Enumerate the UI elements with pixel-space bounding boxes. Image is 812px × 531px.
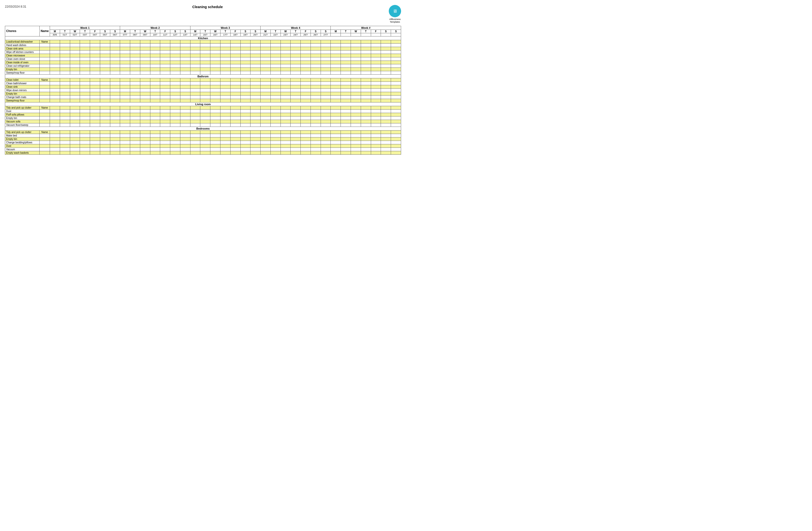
week2-header: Week 2 — [120, 26, 190, 30]
week5-header: Week # — [331, 26, 401, 30]
table-row: Hand wash dishes — [5, 43, 401, 47]
section-header-0: Kitchen — [5, 36, 401, 40]
date-header-row: 30/6 01/7 02/7 03/7 04/7 05/7 06/7 07/7 … — [5, 33, 401, 36]
table-row: Clean sink area — [5, 47, 401, 50]
table-row: Clean bath/shower — [5, 82, 401, 85]
section-header-2: Living room — [5, 102, 401, 106]
datetime: 22/03/2024 8:31 — [5, 5, 26, 9]
table-row: Change bedding/pillows — [5, 141, 401, 144]
table-row: Vacuum floor/sweep — [5, 123, 401, 127]
table-row: Vacuum sofa — [5, 120, 401, 123]
table-row: Empty bin — [5, 68, 401, 71]
table-row: Dust — [5, 109, 401, 113]
table-row: Vacuum — [5, 148, 401, 151]
page: 22/03/2024 8:31 Cleaning schedule 🖥 AllB… — [0, 0, 406, 159]
table-row: Clean toiletName — [5, 78, 401, 82]
header: 22/03/2024 8:31 Cleaning schedule 🖥 AllB… — [5, 5, 401, 24]
week-header-row: Chores Name Week 1 Week 2 Week 3 Week 4 … — [5, 26, 401, 30]
day-header-row: M T W T F S S M T W T F S S M T W T F — [5, 30, 401, 33]
table-row: Clean out refrigerator — [5, 64, 401, 68]
table-row: Clean microwave — [5, 54, 401, 57]
logo-text: AllBusinessTemplates — [389, 18, 401, 24]
table-row: Clean sink — [5, 85, 401, 88]
table-row: Empty bin — [5, 116, 401, 120]
name-header: Name — [40, 26, 50, 36]
table-row: Wipe off kitchen counters — [5, 50, 401, 54]
week1-header: Week 1 — [50, 26, 120, 30]
section-header-3: Bedrooms — [5, 127, 401, 130]
section-header-1: Bathrom — [5, 74, 401, 78]
schedule-table: Chores Name Week 1 Week 2 Week 3 Week 4 … — [5, 26, 401, 155]
chores-header: Chores — [5, 26, 40, 36]
table-row: Make bed — [5, 134, 401, 137]
logo: 🖥 AllBusinessTemplates — [389, 5, 401, 24]
week3-header: Week 3 — [190, 26, 260, 30]
table-row: Wipe down mirrors — [5, 88, 401, 92]
table-row: Fluff sofa pillows — [5, 113, 401, 116]
logo-icon: 🖥 — [389, 5, 401, 17]
table-row: Change bath mats — [5, 95, 401, 99]
page-title: Cleaning schedule — [26, 5, 389, 9]
table-row: Sweep/mop floor — [5, 71, 401, 74]
table-row: Tidy and pick up clutterName — [5, 106, 401, 109]
table-row: Dust — [5, 144, 401, 148]
table-row: Tidy and pick up clutterName — [5, 130, 401, 134]
table-row: Load/unload dishwasherName — [5, 40, 401, 43]
table-row: Clean inside of oven — [5, 60, 401, 64]
table-row: Sweep/mop floor — [5, 99, 401, 102]
table-row: Empty bin — [5, 137, 401, 141]
table-row: Empty wash baskets — [5, 151, 401, 154]
table-row: Empty bin — [5, 92, 401, 95]
week4-header: Week 4 — [261, 26, 331, 30]
table-row: Clean oven stove — [5, 57, 401, 60]
